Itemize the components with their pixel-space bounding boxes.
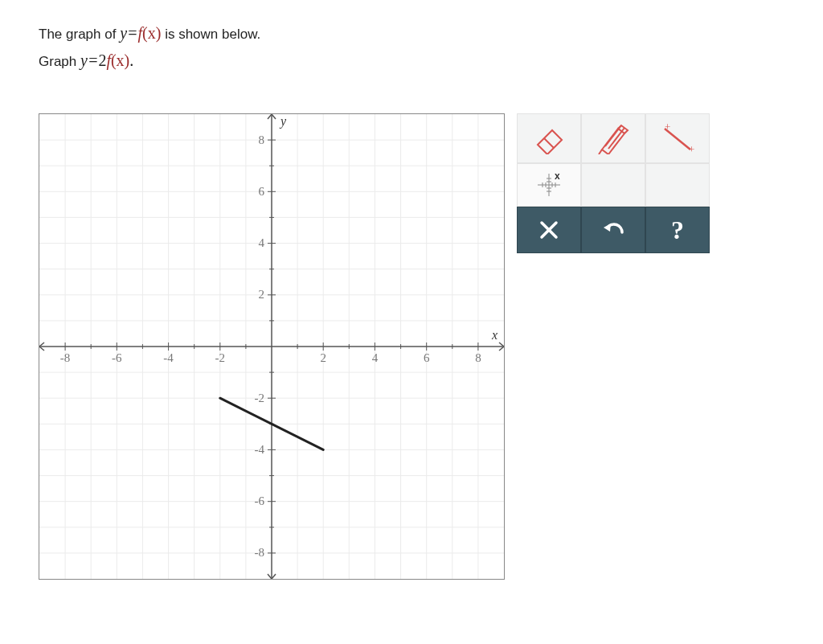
- svg-text:6: 6: [424, 351, 430, 364]
- text: Graph: [39, 54, 80, 69]
- tool-slot-empty-2: [645, 163, 710, 207]
- tool-slot-empty-1: [581, 163, 645, 207]
- eraser-icon: [530, 122, 568, 154]
- svg-text:-8: -8: [60, 351, 71, 364]
- svg-text:8: 8: [475, 351, 481, 364]
- question-text: The graph of y=f(x) is shown below. Grap…: [39, 19, 260, 74]
- svg-text:-2: -2: [215, 351, 226, 364]
- point-tool[interactable]: x: [517, 163, 581, 207]
- text: .: [129, 51, 133, 69]
- svg-text:-4: -4: [255, 443, 265, 456]
- pencil-tool[interactable]: [581, 113, 645, 163]
- svg-text:-6: -6: [112, 351, 122, 364]
- tool-row-2: x: [517, 163, 710, 207]
- svg-text:6: 6: [259, 185, 265, 198]
- tool-row-1: + +: [517, 113, 710, 163]
- svg-text:4: 4: [372, 351, 379, 364]
- graph-svg: -8 -6 -4 -2 2 4 6 8 8 6 4 2 -2 -4 -6 -8 …: [39, 114, 504, 579]
- segment-icon: + +: [658, 122, 697, 154]
- svg-line-84: [599, 150, 602, 154]
- question-line-2: Graph y=2f(x).: [39, 47, 260, 74]
- svg-text:+: +: [689, 143, 694, 154]
- math-y: y: [120, 24, 127, 42]
- undo-button[interactable]: [581, 207, 645, 253]
- svg-text:2: 2: [320, 351, 326, 364]
- svg-text:4: 4: [259, 236, 265, 249]
- help-icon: ?: [671, 215, 684, 245]
- clear-button[interactable]: [517, 207, 581, 253]
- help-button[interactable]: ?: [645, 207, 710, 253]
- text: The graph of: [39, 27, 120, 42]
- question-line-1: The graph of y=f(x) is shown below.: [39, 19, 260, 47]
- math-eq: =: [127, 24, 138, 42]
- math-paren-x: (x): [142, 24, 161, 42]
- svg-marker-103: [604, 224, 611, 232]
- eraser-tool[interactable]: [517, 113, 581, 163]
- undo-icon: [601, 221, 625, 239]
- svg-text:8: 8: [259, 133, 265, 146]
- math-paren-x: (x): [111, 51, 129, 69]
- math-y: y: [80, 51, 88, 69]
- text: is shown below.: [161, 27, 260, 42]
- action-row: ?: [517, 207, 710, 253]
- svg-text:-6: -6: [255, 494, 265, 507]
- svg-text:+: +: [665, 122, 670, 133]
- math-coef: 2: [98, 51, 106, 69]
- svg-line-83: [544, 138, 554, 148]
- segment-tool[interactable]: + +: [645, 113, 710, 163]
- coordinate-plane[interactable]: -8 -6 -4 -2 2 4 6 8 8 6 4 2 -2 -4 -6 -8 …: [39, 113, 505, 580]
- svg-text:-4: -4: [163, 351, 174, 364]
- point-icon: x: [534, 170, 563, 199]
- pencil-icon: [594, 122, 633, 154]
- svg-text:-2: -2: [255, 392, 265, 404]
- svg-text:-8: -8: [255, 546, 265, 559]
- x-axis-label: x: [491, 328, 497, 342]
- toolbox: + + x: [517, 113, 710, 253]
- svg-text:x: x: [555, 170, 560, 182]
- svg-text:2: 2: [259, 288, 265, 301]
- math-eq: =: [88, 51, 99, 69]
- close-icon: [538, 219, 559, 240]
- y-axis-label: y: [279, 114, 287, 129]
